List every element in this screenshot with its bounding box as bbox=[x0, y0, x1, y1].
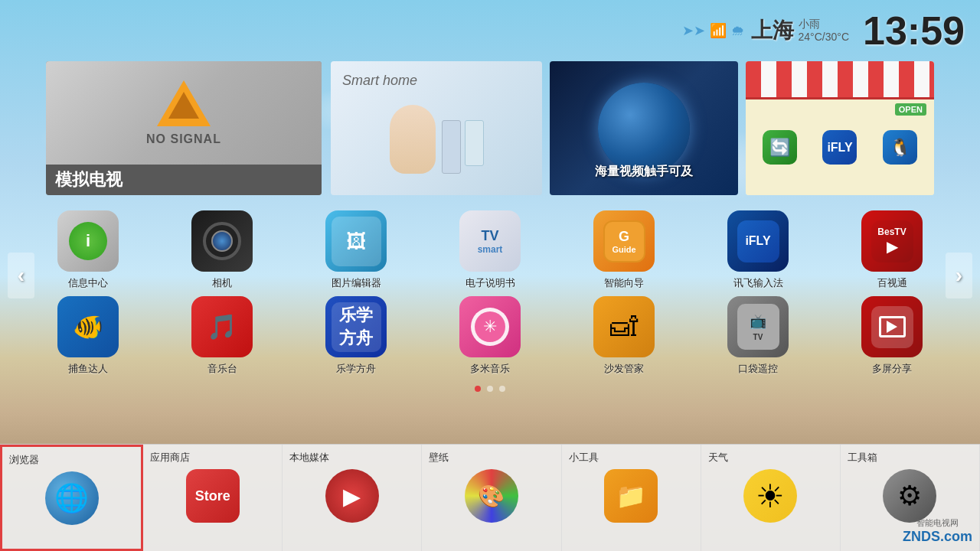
taskbar-label-browser: 浏览器 bbox=[5, 453, 39, 467]
taskbar-label-media: 本地媒体 bbox=[286, 451, 329, 465]
store-text: Store bbox=[195, 488, 230, 504]
app-label-info: 信息中心 bbox=[68, 276, 108, 290]
no-signal-icon bbox=[157, 80, 211, 126]
tv-screen: NO SIGNAL bbox=[46, 61, 322, 165]
wifi-icon: 📶 bbox=[710, 22, 727, 39]
taskbar: 浏览器 🌐 应用商店 Store 本地媒体 ▶ 壁纸 🎨 小工具 📁 天气 ☀ bbox=[0, 444, 980, 551]
city-name: 上海 bbox=[751, 16, 794, 45]
tv-label-bar: 模拟电视 bbox=[46, 165, 322, 195]
app-label-photo: 图片编辑器 bbox=[332, 276, 381, 290]
apps-row-2: 🐠 捕鱼达人 🎵 音乐台 乐学方舟 乐学方舟 ✳ 多米音乐 bbox=[46, 296, 934, 376]
dot-3 bbox=[499, 386, 505, 392]
app-sofa[interactable]: 🛋 沙发管家 bbox=[582, 296, 666, 376]
app-label-fish: 捕鱼达人 bbox=[68, 362, 108, 376]
app-icon-tv-smart: TV smart bbox=[459, 210, 521, 272]
tv-panel[interactable]: NO SIGNAL 模拟电视 bbox=[46, 61, 322, 195]
temperature: 24°C/30°C bbox=[799, 31, 849, 44]
app-ifly[interactable]: iFLY 讯飞输入法 bbox=[716, 210, 800, 290]
ifly-inner: iFLY bbox=[737, 220, 779, 262]
taskbar-wallpaper[interactable]: 壁纸 🎨 bbox=[422, 445, 561, 551]
store-icon-2: iFLY bbox=[822, 130, 857, 165]
app-icon-guide: G Guide bbox=[593, 210, 655, 272]
app-icon-fish: 🐠 bbox=[57, 296, 119, 357]
watermark-line2: ZNDS.com bbox=[903, 529, 972, 545]
earth-graphic bbox=[598, 83, 690, 174]
app-icon-ifly: iFLY bbox=[727, 210, 789, 272]
signal-icon: ➤➤ bbox=[682, 22, 705, 39]
taskbar-label-appstore: 应用商店 bbox=[146, 451, 190, 465]
play-arrow bbox=[887, 321, 897, 333]
app-remote[interactable]: 📺 TV 口袋遥控 bbox=[716, 296, 800, 376]
app-label-remote: 口袋遥控 bbox=[738, 362, 778, 376]
app-label-bestv: 百视通 bbox=[877, 276, 907, 290]
store-banner[interactable]: 🔄 iFLY 🐧 OPEN bbox=[746, 61, 934, 195]
app-icon-photo: 🖼 bbox=[325, 210, 387, 272]
taskbar-browser[interactable]: 浏览器 🌐 bbox=[0, 445, 143, 551]
taskbar-appstore[interactable]: 应用商店 Store bbox=[143, 445, 283, 551]
weather-condition: 小雨 bbox=[799, 18, 849, 31]
app-label-dumi: 多米音乐 bbox=[470, 362, 510, 376]
multiscreen-box bbox=[879, 316, 906, 337]
smart-home-banner[interactable]: Smart home bbox=[331, 61, 542, 195]
camera-lens bbox=[211, 230, 233, 252]
nav-arrow-right[interactable]: › bbox=[946, 253, 972, 298]
store-icon-3: 🐧 bbox=[883, 130, 917, 165]
pagination-dots bbox=[46, 386, 934, 392]
taskbar-weather[interactable]: 天气 ☀ bbox=[701, 445, 841, 551]
guide-inner: G Guide bbox=[603, 220, 645, 262]
cloud-icon: 🌧 bbox=[731, 23, 745, 39]
app-learn[interactable]: 乐学方舟 乐学方舟 bbox=[314, 296, 398, 376]
app-icon-remote: 📺 TV bbox=[727, 296, 789, 357]
app-bestv[interactable]: BesTV ▶ 百视通 bbox=[850, 210, 934, 290]
video-banner[interactable]: 海量视频触手可及 bbox=[550, 61, 738, 195]
gear-icon: ⚙ bbox=[897, 480, 922, 512]
app-camera[interactable]: 相机 bbox=[180, 210, 264, 290]
app-label-multiscreen: 多屏分享 bbox=[872, 362, 912, 376]
app-label-learn: 乐学方舟 bbox=[336, 362, 376, 376]
taskbar-icon-wallpaper: 🎨 bbox=[465, 469, 518, 523]
taskbar-label-wallpaper: 壁纸 bbox=[425, 451, 449, 465]
app-guide[interactable]: G Guide 智能向导 bbox=[582, 210, 666, 290]
store-open-sign: OPEN bbox=[895, 103, 926, 116]
banners: Smart home 海量视频触手可及 bbox=[331, 61, 934, 195]
tools-icon-inner: 📁 bbox=[616, 481, 646, 510]
nav-arrow-left[interactable]: ‹ bbox=[8, 253, 34, 298]
status-bar: ➤➤ 📶 🌧 上海 小雨 24°C/30°C 13:59 bbox=[667, 0, 980, 61]
taskbar-media[interactable]: 本地媒体 ▶ bbox=[283, 445, 422, 551]
info-icon-inner: i bbox=[69, 222, 107, 260]
taskbar-icon-weather: ☀ bbox=[743, 469, 797, 523]
dot-1 bbox=[475, 386, 481, 392]
app-photo[interactable]: 🖼 图片编辑器 bbox=[314, 210, 398, 290]
watermark-line1: 智能电视网 bbox=[916, 517, 959, 529]
browser-globe: 🌐 bbox=[54, 482, 89, 514]
video-banner-text: 海量视频触手可及 bbox=[595, 164, 693, 180]
app-label-ifly: 讯飞输入法 bbox=[733, 276, 783, 290]
taskbar-label-weather: 天气 bbox=[704, 451, 728, 465]
app-multiscreen[interactable]: 多屏分享 bbox=[850, 296, 934, 376]
app-music[interactable]: 🎵 音乐台 bbox=[180, 296, 264, 376]
app-fish[interactable]: 🐠 捕鱼达人 bbox=[46, 296, 130, 376]
app-icon-dumi: ✳ bbox=[459, 296, 521, 357]
watermark: 智能电视网 ZNDS.com bbox=[903, 517, 972, 545]
app-icon-camera bbox=[191, 210, 253, 272]
multiscreen-icon-inner bbox=[871, 306, 913, 348]
app-info[interactable]: i 信息中心 bbox=[46, 210, 130, 290]
app-dumi[interactable]: ✳ 多米音乐 bbox=[448, 296, 532, 376]
app-label-tv-smart: 电子说明书 bbox=[466, 276, 515, 290]
tv-smart-inner: TV smart bbox=[478, 228, 503, 255]
dot-2 bbox=[487, 386, 493, 392]
taskbar-icon-tools: 📁 bbox=[604, 469, 658, 523]
app-tv-smart[interactable]: TV smart 电子说明书 bbox=[448, 210, 532, 290]
app-icon-multiscreen bbox=[861, 296, 923, 357]
taskbar-tools[interactable]: 小工具 📁 bbox=[562, 445, 701, 551]
taskbar-icon-media: ▶ bbox=[325, 469, 379, 523]
taskbar-icon-appstore: Store bbox=[186, 469, 240, 523]
wallpaper-icon-inner: 🎨 bbox=[478, 484, 505, 509]
app-icon-music: 🎵 bbox=[191, 296, 253, 357]
apps-row-1: i 信息中心 相机 🖼 图片编辑器 TV smart bbox=[46, 210, 934, 290]
remote-icon-inner: 📺 TV bbox=[737, 304, 779, 350]
sun-icon: ☀ bbox=[756, 478, 785, 515]
tv-label: 模拟电视 bbox=[55, 168, 122, 191]
app-label-sofa: 沙发管家 bbox=[604, 362, 644, 376]
app-icon-sofa: 🛋 bbox=[593, 296, 655, 357]
